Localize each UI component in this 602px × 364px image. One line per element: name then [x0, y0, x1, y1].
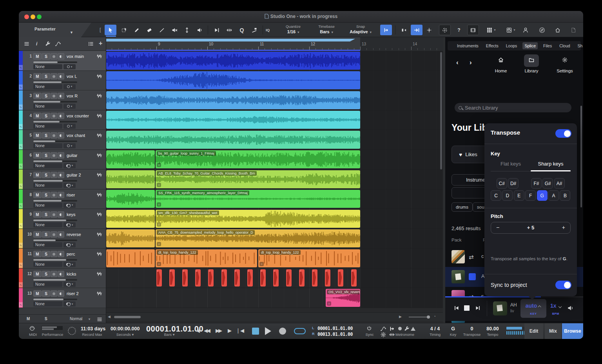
- global-mute-button[interactable]: M: [27, 317, 30, 321]
- audio-clip[interactable]: [106, 131, 360, 149]
- timeline-ruler[interactable]: 91011121314: [106, 37, 443, 51]
- eraser-tool-button[interactable]: [143, 25, 155, 35]
- automation-mode-button[interactable]: ▾: [63, 84, 76, 89]
- volume-slider[interactable]: [33, 279, 77, 281]
- clip-gear-icon[interactable]: ○: [157, 242, 161, 246]
- kick-clip[interactable]: (: [221, 269, 227, 287]
- automation-select[interactable]: None: [33, 262, 62, 267]
- note-button-Gs[interactable]: G#: [542, 178, 553, 189]
- automation-select[interactable]: None: [33, 203, 62, 208]
- global-solo-button[interactable]: S: [45, 317, 47, 321]
- volume-slider[interactable]: [33, 259, 77, 261]
- monitor-button[interactable]: [58, 152, 64, 159]
- help-button[interactable]: ?: [453, 25, 465, 35]
- arrange-lane[interactable]: bs_90_guitar_loop_sunny_1_F#maj○: [106, 150, 443, 170]
- browser-tab-effects[interactable]: Effects: [484, 42, 500, 49]
- arrange-lane[interactable]: [106, 51, 443, 71]
- kick-clip[interactable]: (: [312, 269, 317, 287]
- nav-back-button[interactable]: ‹: [456, 59, 459, 67]
- home-button[interactable]: [552, 25, 564, 35]
- track-row[interactable]: ∿7MSguitar 2None▾: [19, 169, 106, 189]
- kick-clip[interactable]: (: [182, 269, 188, 287]
- automation-select[interactable]: None: [33, 64, 62, 69]
- quantize-tool-button[interactable]: Q: [236, 25, 248, 35]
- list-icon[interactable]: [96, 316, 103, 323]
- zoom-slider[interactable]: [409, 317, 429, 317]
- automation-mode-button[interactable]: ▾: [63, 262, 76, 267]
- midi-icon[interactable]: [29, 325, 35, 333]
- wrench-icon[interactable]: [45, 41, 51, 49]
- note-button-B[interactable]: B: [560, 190, 570, 201]
- kick-clip[interactable]: (: [299, 269, 305, 287]
- sample-playing-icon[interactable]: [469, 273, 476, 280]
- solo-button[interactable]: S: [42, 73, 50, 79]
- kick-clip[interactable]: (: [260, 269, 266, 287]
- clip-gear-icon[interactable]: ○: [157, 222, 161, 227]
- track-name[interactable]: vox R: [67, 94, 78, 98]
- edit-view-button[interactable]: Edit: [524, 323, 543, 339]
- previous-sample-button[interactable]: [454, 305, 459, 312]
- track-name[interactable]: vox chant: [67, 133, 85, 138]
- volume-slider[interactable]: [33, 200, 77, 202]
- solo-button[interactable]: S: [42, 172, 50, 178]
- stop-button[interactable]: [252, 328, 259, 335]
- track-name[interactable]: guitar: [67, 153, 78, 158]
- mute-button[interactable]: M: [33, 290, 42, 297]
- nav-forward-button[interactable]: ›: [470, 59, 472, 67]
- pitch-increment-button[interactable]: +: [562, 224, 565, 231]
- volume-slider[interactable]: [33, 141, 77, 142]
- track-row[interactable]: ∿4MSvox counterNone▾: [19, 110, 106, 130]
- automation-select[interactable]: None: [33, 242, 62, 247]
- note-button-Fs[interactable]: F#: [531, 178, 542, 189]
- pack-artwork[interactable]: [452, 270, 465, 283]
- clip-gear-icon[interactable]: ○: [327, 301, 331, 306]
- track-row[interactable]: ∿11MSpercNone▾: [19, 249, 106, 268]
- arrange-lane[interactable]: [106, 110, 443, 130]
- track-row[interactable]: ∿2MSvox LNone▾: [19, 71, 106, 91]
- arrange-lane[interactable]: AHA_CB_75_downsampled_melody_loop_hello_…: [106, 229, 443, 249]
- volume-slider[interactable]: [33, 240, 77, 241]
- volume-slider[interactable]: [33, 61, 77, 63]
- monitor-button[interactable]: [58, 73, 64, 79]
- seconds-label[interactable]: Seconds ▾: [111, 332, 140, 337]
- record-arm-button[interactable]: [51, 113, 57, 119]
- track-row[interactable]: ∿12MSkicksNone▾: [19, 268, 106, 288]
- arrow-tool-button[interactable]: [105, 25, 116, 35]
- arrange-lane[interactable]: ((((((((((((((((: [106, 268, 443, 288]
- sync-cloud-button[interactable]: [536, 25, 548, 35]
- track-name[interactable]: vox L: [67, 74, 77, 79]
- note-button-F[interactable]: F: [525, 190, 536, 201]
- mute-button[interactable]: M: [33, 73, 42, 79]
- automation-mode-button[interactable]: ▾: [63, 124, 76, 129]
- track-size-mode[interactable]: Normal: [70, 317, 82, 321]
- monitor-button[interactable]: [58, 132, 64, 139]
- arrange-lane[interactable]: sm_dfk_130_Gm7_shesbeautiful_wet○: [106, 209, 443, 229]
- kick-clip[interactable]: (: [247, 269, 253, 287]
- track-row[interactable]: ∿9MSkeysNone▾: [19, 209, 106, 229]
- grid-view-button[interactable]: ▾: [483, 25, 499, 35]
- audio-clip[interactable]: [106, 91, 360, 109]
- bars-label[interactable]: Bars ▾: [146, 332, 192, 337]
- automation-select[interactable]: None: [33, 222, 62, 227]
- audio-clip[interactable]: [106, 190, 155, 208]
- automation-mode-button[interactable]: ▾: [63, 104, 76, 109]
- bpm-mode-button[interactable]: 1x BPM: [550, 302, 561, 316]
- kick-clip[interactable]: (: [325, 269, 330, 287]
- solo-button[interactable]: S: [42, 152, 50, 159]
- kick-clip[interactable]: (: [195, 269, 201, 287]
- record-arm-button[interactable]: [51, 231, 57, 238]
- audio-clip[interactable]: AHA_CB_75_downsampled_melody_loop_hello_…: [156, 229, 360, 247]
- audio-clip[interactable]: AB_EL8_Toby_Schay_70_Guitar_Chords_Kissi…: [156, 170, 360, 188]
- automation-mode-button[interactable]: ▾: [63, 222, 76, 227]
- pack-artwork[interactable]: [452, 250, 465, 263]
- note-button-Ds[interactable]: D#: [508, 178, 519, 189]
- automation-select[interactable]: None: [33, 183, 62, 188]
- kick-clip[interactable]: (: [273, 269, 279, 287]
- automation-mode-button[interactable]: ▾: [63, 183, 76, 188]
- volume-slider[interactable]: [33, 121, 77, 123]
- browser-tab-cloud[interactable]: Cloud: [557, 42, 572, 49]
- record-arm-button[interactable]: [51, 211, 57, 218]
- monitor-button[interactable]: [58, 290, 64, 297]
- clip-gear-icon[interactable]: ○: [157, 262, 161, 266]
- kick-clip[interactable]: (: [234, 269, 240, 287]
